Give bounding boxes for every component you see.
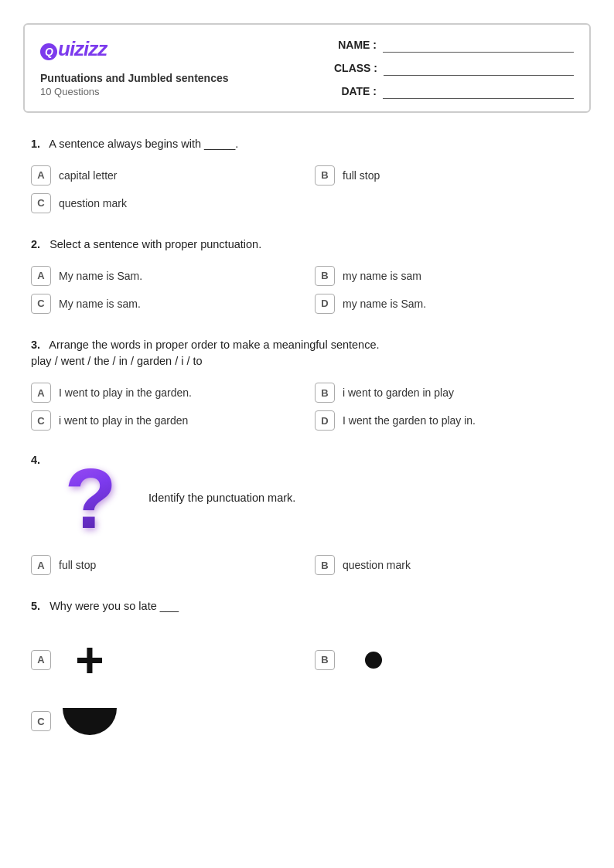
badge-2a: A — [31, 266, 51, 286]
option-2d: D my name is Sam. — [315, 294, 583, 314]
question-1-text: 1. A sentence always begins with _____. — [31, 136, 583, 153]
question-5: 5. Why were you so late ___ A + B C — [31, 598, 583, 743]
header-left: Quizizz Puntuations and Jumbled sentence… — [40, 37, 229, 97]
option-3b: B i went to garden in play — [315, 383, 583, 403]
plus-symbol-area: + — [59, 628, 121, 693]
question-2-number: 2. — [31, 238, 40, 250]
option-3d: D I went the garden to play in. — [315, 410, 583, 431]
question-1-options: A capital letter B full stop C question … — [31, 165, 583, 213]
dot-symbol-area — [343, 644, 404, 676]
question-3-number: 3. — [31, 339, 40, 351]
questions-container: 1. A sentence always begins with _____. … — [23, 136, 591, 743]
option-2c: C My name is sam. — [31, 294, 299, 314]
question-1-number: 1. — [31, 138, 40, 150]
name-label: NAME : — [334, 39, 377, 51]
option-text-4a: full stop — [59, 559, 96, 571]
name-field-row: NAME : — [334, 37, 574, 53]
question-3-options: A I went to play in the garden. B i went… — [31, 383, 583, 431]
option-2b: B my name is sam — [315, 266, 583, 286]
question-4-number: 4. — [31, 454, 40, 466]
question-4-options: A full stop B question mark — [31, 555, 583, 575]
quiz-title: Puntuations and Jumbled sentences — [40, 72, 229, 84]
name-line — [383, 37, 574, 53]
semicircle-icon — [63, 708, 117, 735]
option-3a: A I went to play in the garden. — [31, 383, 299, 403]
option-text-1c: question mark — [59, 197, 127, 209]
option-4b: B question mark — [315, 555, 583, 575]
plus-icon: + — [60, 628, 119, 693]
quizizz-logo: Quizizz — [40, 37, 229, 61]
question-5-text: 5. Why were you so late ___ — [31, 598, 583, 615]
option-1a: A capital letter — [31, 165, 299, 186]
option-5b: B — [315, 628, 583, 693]
badge-1b: B — [315, 165, 335, 186]
question-5-options: A + B C — [31, 628, 583, 743]
badge-2d: D — [315, 294, 335, 314]
badge-5c: C — [31, 711, 51, 731]
option-text-4b: question mark — [343, 559, 411, 571]
option-text-1a: capital letter — [59, 169, 117, 182]
option-5a: A + — [31, 628, 299, 693]
option-text-3a: I went to play in the garden. — [59, 386, 192, 399]
date-field-row: DATE : — [334, 83, 574, 99]
question-5-number: 5. — [31, 600, 40, 612]
option-text-2a: My name is Sam. — [59, 270, 142, 282]
question-4-text: Identify the punctuation mark. — [148, 490, 295, 507]
q4-image-and-text: ? Identify the punctuation mark. — [56, 454, 583, 543]
question-mark-image: ? — [56, 454, 125, 543]
class-field-row: CLASS : — [334, 60, 574, 76]
question-3-text: 3. Arrange the words in proper order to … — [31, 337, 583, 371]
option-text-2c: My name is sam. — [59, 298, 141, 310]
header-right: NAME : CLASS : DATE : — [334, 37, 574, 99]
option-text-3c: i went to play in the garden — [59, 414, 188, 427]
quiz-subtitle: 10 Questions — [40, 86, 229, 97]
class-label: CLASS : — [334, 62, 377, 74]
option-text-1b: full stop — [343, 169, 380, 182]
badge-3b: B — [315, 383, 335, 403]
badge-3d: D — [315, 410, 335, 431]
badge-3c: C — [31, 410, 51, 431]
option-1c: C question mark — [31, 193, 299, 213]
badge-4b: B — [315, 555, 335, 575]
option-text-2b: my name is sam — [343, 270, 421, 282]
question-2-options: A My name is Sam. B my name is sam C My … — [31, 266, 583, 314]
header-box: Quizizz Puntuations and Jumbled sentence… — [23, 23, 591, 113]
badge-3a: A — [31, 383, 51, 403]
badge-2c: C — [31, 294, 51, 314]
dot-icon — [365, 652, 382, 669]
question-1: 1. A sentence always begins with _____. … — [31, 136, 583, 213]
badge-1c: C — [31, 193, 51, 213]
question-4: 4. ? Identify the punctuation mark. A fu… — [31, 454, 583, 575]
badge-1a: A — [31, 165, 51, 186]
question-3: 3. Arrange the words in proper order to … — [31, 337, 583, 431]
option-2a: A My name is Sam. — [31, 266, 299, 286]
option-text-2d: my name is Sam. — [343, 298, 426, 310]
option-text-3d: I went the garden to play in. — [343, 414, 476, 427]
semicircle-symbol-area — [59, 700, 121, 743]
option-5c: C — [31, 700, 299, 743]
badge-4a: A — [31, 555, 51, 575]
option-3c: C i went to play in the garden — [31, 410, 299, 431]
class-line — [384, 60, 574, 76]
badge-2b: B — [315, 266, 335, 286]
badge-5a: A — [31, 650, 51, 670]
option-4a: A full stop — [31, 555, 299, 575]
question-2: 2. Select a sentence with proper punctua… — [31, 237, 583, 314]
badge-5b: B — [315, 650, 335, 670]
date-line — [383, 83, 574, 99]
option-1b: B full stop — [315, 165, 583, 186]
date-label: DATE : — [334, 85, 377, 97]
question-2-text: 2. Select a sentence with proper punctua… — [31, 237, 583, 254]
option-text-3b: i went to garden in play — [343, 386, 454, 399]
